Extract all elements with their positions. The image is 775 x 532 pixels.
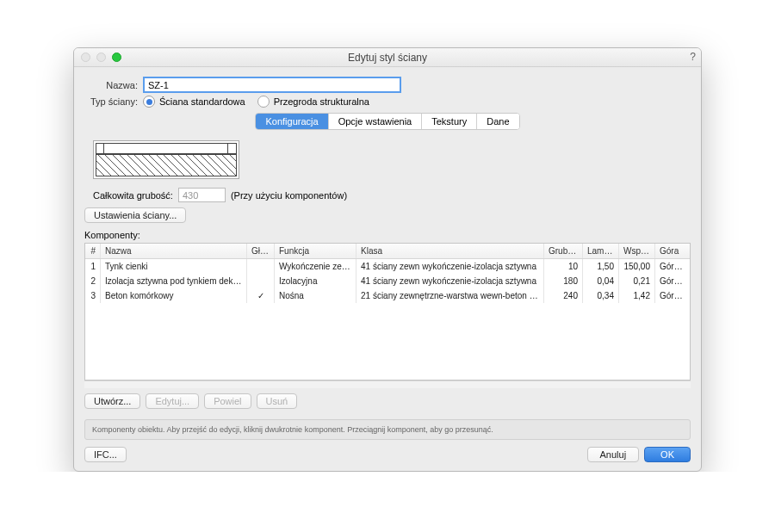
- edit-button[interactable]: Edytuj...: [146, 393, 199, 409]
- titlebar: Edytuj styl ściany ?: [74, 48, 701, 67]
- cell-thickness: 10: [544, 259, 583, 274]
- tab-konfiguracja[interactable]: Konfiguracja: [256, 114, 328, 129]
- wall-preview: [93, 140, 239, 179]
- cell-main: ✓: [247, 288, 275, 303]
- cell-top: Górna krawędź: [655, 288, 690, 303]
- thickness-row: Całkowita grubość: (Przy użyciu komponen…: [93, 188, 691, 202]
- dialog-window: Edytuj styl ściany ? Nazwa: Typ ściany: …: [73, 47, 702, 472]
- hint-text: Komponenty obiektu. Aby przejść do edycj…: [84, 419, 691, 440]
- footer: IFC... Anuluj OK: [84, 447, 691, 462]
- col-top[interactable]: Góra: [655, 244, 690, 258]
- radio-icon: [143, 96, 155, 108]
- component-buttons: Utwórz... Edytuj... Powiel Usuń: [84, 393, 691, 409]
- tabbar: Konfiguracja Opcje wstawienia Tekstury D…: [255, 113, 519, 130]
- cell-coeff: 0,21: [619, 274, 655, 288]
- table-body: 1Tynk cienkiWykończenie zewn...41 ściany…: [85, 259, 690, 303]
- table-row[interactable]: 2Izolacja sztywna pod tynkiem dekoracyjn…: [85, 274, 690, 288]
- cell-thickness: 180: [544, 274, 583, 288]
- thickness-input[interactable]: [178, 188, 226, 202]
- ifc-button[interactable]: IFC...: [84, 447, 127, 462]
- cell-idx: 1: [85, 259, 101, 274]
- wall-settings-button[interactable]: Ustawienia ściany...: [84, 207, 186, 223]
- row-name: Nazwa:: [84, 77, 691, 93]
- col-class[interactable]: Klasa: [356, 244, 544, 258]
- window-title: Edytuj styl ściany: [74, 52, 701, 64]
- thickness-hint: (Przy użyciu komponentów): [231, 190, 347, 201]
- create-button[interactable]: Utwórz...: [84, 393, 140, 409]
- cell-coeff: 1,42: [619, 288, 655, 303]
- col-index[interactable]: #: [85, 244, 101, 258]
- delete-button[interactable]: Usuń: [257, 393, 298, 409]
- cell-idx: 2: [85, 274, 101, 288]
- duplicate-button[interactable]: Powiel: [204, 393, 251, 409]
- h-scrollbar[interactable]: [84, 380, 691, 388]
- cell-name: Beton komórkowy: [101, 288, 247, 303]
- cell-function: Wykończenie zewn...: [275, 259, 356, 274]
- preview-layer-bottom: [96, 154, 237, 176]
- tabbar-wrap: Konfiguracja Opcje wstawienia Tekstury D…: [84, 113, 691, 130]
- cell-class: 21 ściany zewnętrzne-warstwa wewn-beton …: [356, 288, 544, 303]
- dialog-content: Nazwa: Typ ściany: Ściana standardowa Pr…: [74, 67, 701, 471]
- minimize-icon[interactable]: [96, 53, 106, 62]
- cell-lambda: 0,34: [583, 288, 619, 303]
- wall-type-radios: Ściana standardowa Przegroda strukturaln…: [143, 96, 369, 108]
- cell-name: Izolacja sztywna pod tynkiem dekoracyjny…: [101, 274, 247, 288]
- radio-label: Przegroda strukturalna: [274, 96, 369, 107]
- components-table[interactable]: # Nazwa Głó... Funkcja Klasa Grubość Lam…: [84, 243, 691, 380]
- cell-main: [247, 274, 275, 288]
- name-label: Nazwa:: [84, 80, 138, 90]
- col-lambda[interactable]: Lambda: [583, 244, 619, 258]
- cell-idx: 3: [85, 288, 101, 303]
- help-button[interactable]: ?: [690, 51, 696, 63]
- row-type: Typ ściany: Ściana standardowa Przegroda…: [84, 96, 691, 108]
- cell-lambda: 0,04: [583, 274, 619, 288]
- traffic-lights: [81, 53, 121, 62]
- close-icon[interactable]: [81, 53, 90, 62]
- cancel-button[interactable]: Anuluj: [587, 447, 640, 462]
- col-main[interactable]: Głó...: [247, 244, 275, 258]
- cell-thickness: 240: [544, 288, 583, 303]
- name-input[interactable]: [143, 77, 401, 93]
- preview-layer-top: [96, 143, 237, 154]
- col-coeff[interactable]: Współ...: [619, 244, 655, 258]
- cell-function: Izolacyjna: [275, 274, 356, 288]
- table-row[interactable]: 3Beton komórkowy✓Nośna21 ściany zewnętrz…: [85, 288, 690, 303]
- cell-main: [247, 259, 275, 274]
- radio-structural[interactable]: Przegroda strukturalna: [257, 96, 369, 108]
- ok-button[interactable]: OK: [644, 447, 691, 462]
- zoom-icon[interactable]: [112, 53, 121, 62]
- table-header: # Nazwa Głó... Funkcja Klasa Grubość Lam…: [85, 244, 690, 259]
- type-label: Typ ściany:: [84, 96, 138, 107]
- table-row[interactable]: 1Tynk cienkiWykończenie zewn...41 ściany…: [85, 259, 690, 274]
- cell-top: Górna krawędź: [655, 259, 690, 274]
- cell-lambda: 1,50: [583, 259, 619, 274]
- radio-icon: [257, 96, 270, 108]
- cell-name: Tynk cienki: [101, 259, 247, 274]
- col-function[interactable]: Funkcja: [275, 244, 356, 258]
- radio-standard[interactable]: Ściana standardowa: [143, 96, 245, 108]
- col-name[interactable]: Nazwa: [101, 244, 247, 258]
- components-label: Komponenty:: [84, 230, 691, 240]
- thickness-label: Całkowita grubość:: [93, 190, 173, 201]
- cell-coeff: 150,00: [619, 259, 655, 274]
- cell-top: Górna krawędź: [655, 274, 690, 288]
- cell-class: 41 ściany zewn wykończenie-izolacja szty…: [356, 259, 544, 274]
- tab-dane[interactable]: Dane: [477, 114, 518, 129]
- cell-class: 41 ściany zewn wykończenie-izolacja szty…: [356, 274, 544, 288]
- tab-opcje-wstawienia[interactable]: Opcje wstawienia: [329, 114, 423, 129]
- col-thickness[interactable]: Grubość: [544, 244, 583, 258]
- tab-tekstury[interactable]: Tekstury: [422, 114, 477, 129]
- radio-label: Ściana standardowa: [159, 96, 245, 107]
- cell-function: Nośna: [275, 288, 356, 303]
